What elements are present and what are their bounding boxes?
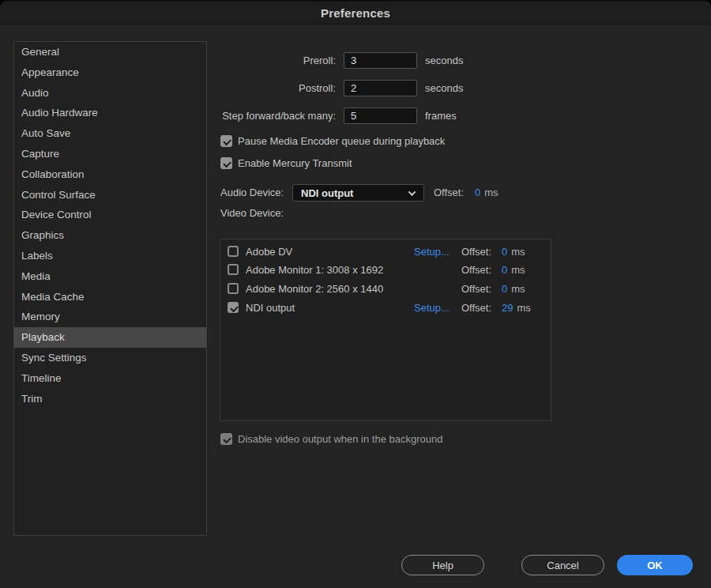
device-setup-link[interactable]: Setup... [414,301,450,313]
mercury-transmit-label: Enable Mercury Transmit [238,157,352,169]
device-row: Adobe Monitor 1: 3008 x 1692Offset:0ms [220,261,551,280]
ok-button[interactable]: OK [617,555,693,575]
sidebar-item-media[interactable]: Media [14,266,206,287]
video-device-label: Video Device: [220,207,284,219]
preferences-sidebar: GeneralAppearanceAudioAudio HardwareAuto… [13,41,207,536]
dialog-title: Preferences [321,6,390,20]
sidebar-item-sync-settings[interactable]: Sync Settings [14,348,206,368]
device-offset-value: 0 [502,245,507,257]
postroll-input[interactable] [344,80,417,96]
sidebar-item-capture[interactable]: Capture [14,144,206,164]
preferences-dialog: Preferences GeneralAppearanceAudioAudio … [0,0,711,588]
title-bar: Preferences [0,0,711,24]
device-offset-value: 0 [502,264,507,276]
audio-device-label: Audio Device: [220,184,284,202]
device-offset-value: 0 [502,282,507,294]
device-name: NDI output [246,301,295,313]
pause-encoder-label: Pause Media Encoder queue during playbac… [238,135,445,147]
sidebar-item-graphics[interactable]: Graphics [14,225,206,246]
sidebar-item-general[interactable]: General [14,42,206,62]
device-offset-unit: ms [517,301,530,313]
audio-offset-value-group: 0ms [475,184,498,202]
sidebar-item-timeline[interactable]: Timeline [14,368,206,389]
chevron-down-icon [408,188,416,196]
sidebar-item-memory[interactable]: Memory [14,307,206,327]
help-button[interactable]: Help [401,555,484,575]
sidebar-item-playback[interactable]: Playback [14,327,206,348]
step-forward-back-input[interactable] [344,107,417,124]
audio-device-select[interactable]: NDI output [292,184,424,202]
pause-encoder-row: Pause Media Encoder queue during playbac… [220,134,445,148]
sidebar-item-media-cache[interactable]: Media Cache [14,287,206,307]
device-offset-unit: ms [511,264,525,276]
cancel-button[interactable]: Cancel [521,555,604,575]
device-offset-value-group: 0ms [502,282,525,294]
mercury-transmit-row: Enable Mercury Transmit [220,156,352,170]
device-offset-value-group: 0ms [502,245,525,257]
device-offset-value-group: 0ms [502,264,525,276]
postroll-label: Postroll: [220,80,336,96]
device-row: NDI outputSetup...Offset:29ms [220,298,551,317]
device-offset-unit: ms [511,282,525,294]
postroll-unit: seconds [425,80,463,96]
sidebar-item-audio[interactable]: Audio [14,83,206,104]
device-offset-label: Offset: [461,301,491,313]
device-offset-value: 29 [502,301,513,313]
device-name: Adobe DV [246,245,292,257]
device-name: Adobe Monitor 1: 3008 x 1692 [246,264,383,276]
sidebar-item-auto-save[interactable]: Auto Save [14,123,206,144]
device-checkbox[interactable] [228,302,239,313]
disable-video-output-label: Disable video output when in the backgro… [238,433,442,445]
step-forward-back-label: Step forward/back many: [220,107,336,124]
disable-video-output-checkbox[interactable] [220,433,232,445]
device-offset-label: Offset: [461,282,491,294]
device-row: Adobe DVSetup...Offset:0ms [220,242,551,261]
disable-video-output-row: Disable video output when in the backgro… [220,432,442,446]
device-checkbox[interactable] [228,264,239,275]
sidebar-item-appearance[interactable]: Appearance [14,62,206,83]
device-setup-link[interactable]: Setup... [414,245,450,257]
device-offset-label: Offset: [461,245,491,257]
pause-encoder-checkbox[interactable] [220,135,232,147]
video-device-list: Adobe DVSetup...Offset:0msAdobe Monitor … [220,239,551,421]
preroll-unit: seconds [425,52,463,69]
device-offset-label: Offset: [461,264,491,276]
sidebar-item-labels[interactable]: Labels [14,246,206,266]
device-checkbox[interactable] [228,283,239,294]
step-forward-back-unit: frames [425,107,457,124]
sidebar-item-audio-hardware[interactable]: Audio Hardware [14,103,206,123]
audio-device-value: NDI output [301,187,353,199]
sidebar-item-device-control[interactable]: Device Control [14,205,206,225]
preroll-label: Preroll: [220,52,336,69]
audio-offset-unit: ms [484,187,498,198]
audio-offset-label: Offset: [434,184,464,202]
sidebar-item-control-surface[interactable]: Control Surface [14,185,206,205]
device-row: Adobe Monitor 2: 2560 x 1440Offset:0ms [220,279,551,298]
device-offset-unit: ms [511,245,525,257]
device-offset-value-group: 29ms [502,301,531,313]
audio-offset-value: 0 [475,187,480,198]
preroll-input[interactable] [344,52,417,69]
sidebar-item-trim[interactable]: Trim [14,389,206,409]
mercury-transmit-checkbox[interactable] [220,157,232,169]
device-name: Adobe Monitor 2: 2560 x 1440 [246,282,383,294]
sidebar-item-collaboration[interactable]: Collaboration [14,164,206,185]
device-checkbox[interactable] [228,246,239,257]
